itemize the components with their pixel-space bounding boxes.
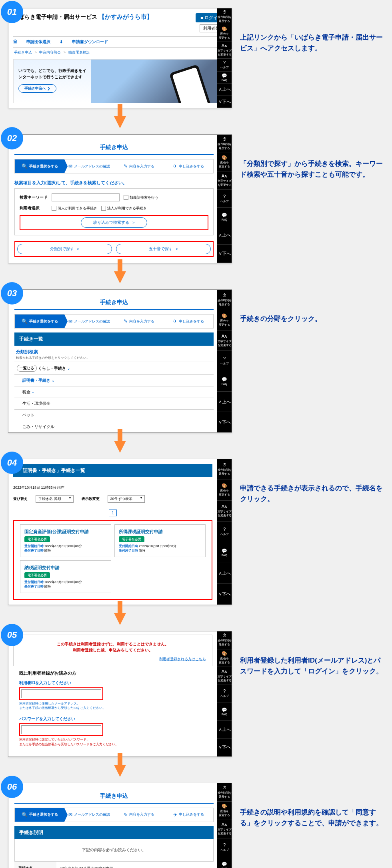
synonym-checkbox[interactable]: 類義語検索を行う: [124, 195, 158, 200]
sort-select[interactable]: 手続き名 昇順: [36, 495, 74, 503]
wizard-step-s4[interactable]: ✈申し込みをする: [164, 159, 213, 173]
side-help[interactable]: ?ヘルプ: [217, 59, 232, 72]
side-faq[interactable]: 💬FAQ: [217, 208, 232, 226]
side-help[interactable]: ?ヘルプ: [217, 685, 232, 703]
category-item[interactable]: 生活・環境保全: [14, 398, 214, 409]
side-change-color[interactable]: 🎨配色を 変更する: [217, 480, 232, 501]
side-change-color[interactable]: 🎨配色を 変更する: [217, 802, 232, 820]
side-change-font[interactable]: Aᴀ文字サイズ を変更する: [217, 667, 232, 685]
nav-org-select[interactable]: 🏛申請団体選択: [13, 40, 50, 44]
side-extend-time[interactable]: ⏱操作時間を 延長する: [217, 135, 232, 153]
side-faq[interactable]: 💬FAQ: [217, 371, 232, 392]
category-search-button[interactable]: 分類別で探す>: [17, 244, 112, 254]
step-badge-4: 04: [1, 452, 23, 474]
step-2: 02 手続き申込 🔍手続き選択をする✉メールアドレスの確認✎内容を入力する✈申し…: [8, 134, 384, 263]
arrow-down-icon: [114, 441, 126, 453]
wizard-step-s3[interactable]: ✎内容を入力する: [114, 808, 164, 822]
side-scroll-up[interactable]: ∧上へ: [217, 721, 232, 739]
wizard-step-s4[interactable]: ✈申し込みをする: [164, 315, 213, 328]
scroll-down-icon: ∨下へ: [218, 420, 231, 424]
side-change-color[interactable]: 🎨配色を 変更する: [217, 649, 232, 667]
wizard-step-s2[interactable]: ✉メールアドレスの確認: [64, 808, 114, 822]
side-extend-time[interactable]: ⏱操作時間を 延長する: [217, 8, 232, 25]
side-faq[interactable]: 💬FAQ: [217, 703, 232, 721]
change-font-icon: Aᴀ: [222, 334, 227, 338]
side-scroll-up[interactable]: ∧上へ: [217, 392, 232, 412]
screenshot-1: いばらき電子申請・届出サービス 【かすみがうら市】 ■ ログイン 利用者登録 🏛…: [8, 8, 232, 108]
category-search-heading: 分類別検索: [14, 346, 214, 356]
side-extend-time[interactable]: ⏱操作時間を 延長する: [217, 459, 232, 480]
side-change-color[interactable]: 🎨配色を 変更する: [217, 25, 232, 42]
wizard-step-s1[interactable]: 🔍手続き選択をする: [15, 808, 64, 822]
wizard-step-s1[interactable]: 🔍手続き選択をする: [15, 315, 64, 328]
side-change-color[interactable]: 🎨配色を 変更する: [217, 310, 232, 330]
side-extend-time[interactable]: ⏱操作時間を 延長する: [217, 783, 232, 802]
timestamp: 2022年10月18日 11時53分 現在: [8, 482, 217, 494]
category-item[interactable]: 証明書・手続き ⌄: [14, 374, 214, 386]
side-extend-time[interactable]: ⏱操作時間を 延長する: [217, 631, 232, 649]
side-scroll-down[interactable]: ∨下へ: [217, 96, 232, 108]
display-label: 表示数変更: [82, 496, 100, 502]
category-item[interactable]: ペット: [14, 409, 214, 421]
side-faq[interactable]: 💬FAQ: [217, 857, 232, 868]
procedure-card[interactable]: 固定資産評価(公課)証明交付申請電子署名必要受付開始日時 2022年10月01日…: [20, 524, 111, 557]
side-change-font[interactable]: Aᴀ文字サイズ を変更する: [217, 501, 232, 522]
wizard-step-s2[interactable]: ✉メールアドレスの確認: [64, 159, 114, 173]
keyword-label: 検索キーワード: [20, 195, 48, 200]
corporate-checkbox[interactable]: 法人が利用できる手続き: [101, 206, 147, 211]
side-scroll-down[interactable]: ∨下へ: [217, 412, 232, 432]
side-scroll-down[interactable]: ∨下へ: [217, 245, 232, 263]
narrow-search-button[interactable]: 絞り込みで検索する>: [81, 217, 147, 228]
side-change-color[interactable]: 🎨配色を 変更する: [217, 153, 232, 171]
procedure-card[interactable]: 所得課税証明交付申請電子署名必要受付開始日時 2022年10月01日00時00分…: [114, 524, 206, 557]
page-number[interactable]: 1: [109, 510, 117, 516]
wizard-step-s3[interactable]: ✎内容を入力する: [114, 315, 164, 328]
help-icon: ?: [223, 689, 226, 693]
side-help[interactable]: ?ヘルプ: [217, 351, 232, 371]
gojuon-search-button[interactable]: 五十音で探す>: [116, 244, 211, 254]
keyword-input[interactable]: [52, 193, 120, 201]
procedure-card[interactable]: 納税証明交付申請電子署名必要受付開始日時 2022年10月01日00時00分受付…: [20, 560, 111, 593]
hero-apply-button[interactable]: 手続き申込へ ❯: [18, 84, 56, 93]
help-icon: ?: [223, 843, 226, 847]
wizard-step-s3[interactable]: ✎内容を入力する: [114, 159, 164, 173]
side-faq[interactable]: 💬FAQ: [217, 72, 232, 84]
side-scroll-up[interactable]: ∧上へ: [217, 84, 232, 96]
screenshot-3: 手続き申込 🔍手続き選択をする✉メールアドレスの確認✎内容を入力する✈申し込みを…: [8, 289, 232, 433]
side-change-font[interactable]: Aᴀ文字サイズ を変更する: [217, 171, 232, 190]
nav-download[interactable]: ⬇申請書ダウンロード: [60, 40, 108, 44]
wizard-step-s1[interactable]: 🔍手続き選択をする: [15, 159, 64, 173]
proc-name-value: 固定資産評価(公課)証明交付申請: [56, 862, 214, 868]
category-item[interactable]: 税金 ⌄: [14, 386, 214, 398]
side-scroll-down[interactable]: ∨下へ: [217, 584, 232, 605]
signature-required-tag: 電子署名必要: [24, 572, 50, 578]
wizard-step-s4[interactable]: ✈申し込みをする: [164, 808, 213, 822]
userid-input[interactable]: [21, 689, 101, 698]
step-badge-6: 06: [1, 776, 23, 798]
register-link[interactable]: 利用者登録される方はこちら: [14, 655, 212, 666]
category-item[interactable]: ごみ・リサイクル: [14, 421, 214, 432]
bc-apply[interactable]: 手続き申込: [14, 50, 32, 54]
side-change-font[interactable]: Aᴀ文字サイズ を変更する: [217, 330, 232, 351]
bc-inquiry[interactable]: 申込内容照会: [33, 50, 61, 54]
side-change-font[interactable]: Aᴀ文字サイズ を変更する: [217, 820, 232, 838]
side-extend-time[interactable]: ⏱操作時間を 延長する: [217, 290, 232, 310]
step-5-desc: 利用者登録した利用者ID(メールアドレス)とパスワードを入力して「ログイン」をク…: [240, 655, 384, 677]
wizard-step-s2[interactable]: ✉メールアドレスの確認: [64, 315, 114, 328]
side-scroll-up[interactable]: ∧上へ: [217, 563, 232, 584]
password-input[interactable]: [21, 725, 101, 734]
individual-checkbox[interactable]: 個人が利用できる手続き: [52, 206, 97, 211]
side-scroll-up[interactable]: ∧上へ: [217, 226, 232, 245]
category-list: 証明書・手続き ⌄税金 ⌄生活・環境保全ペットごみ・リサイクル: [14, 374, 214, 432]
side-help[interactable]: ?ヘルプ: [217, 522, 232, 542]
step-1-desc: 上記リンクから「いばらき電子申請・届出サービス」へアクセスします。: [240, 32, 384, 54]
side-help[interactable]: ?ヘルプ: [217, 190, 232, 208]
category-top[interactable]: 一覧じる くらし・手続き ⌄: [14, 362, 214, 374]
side-faq[interactable]: 💬FAQ: [217, 542, 232, 563]
display-select[interactable]: 20件ずつ表示: [108, 495, 145, 503]
bc-signature[interactable]: 職責署名検証: [62, 50, 90, 54]
side-change-font[interactable]: Aᴀ文字サイズ を変更する: [217, 42, 232, 59]
download-icon: ⬇: [60, 40, 63, 44]
side-scroll-down[interactable]: ∨下へ: [217, 739, 232, 757]
side-help[interactable]: ?ヘルプ: [217, 838, 232, 857]
